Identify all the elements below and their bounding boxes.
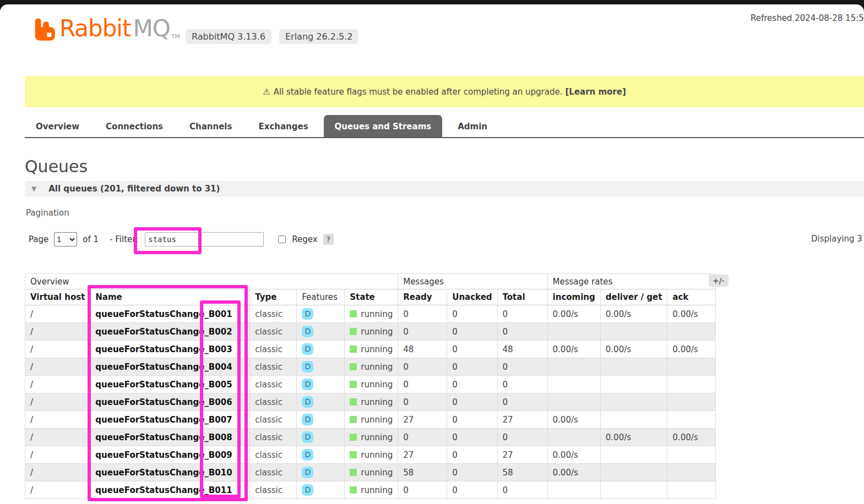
queue-ready-cell: 58 xyxy=(398,464,447,481)
col-header-type[interactable]: Type xyxy=(250,289,297,305)
tab-overview[interactable]: Overview xyxy=(25,115,90,137)
queue-features-cell: D xyxy=(297,376,345,393)
running-state-icon xyxy=(350,434,357,441)
queue-name-link[interactable]: queueForStatusChange_B002 xyxy=(90,323,250,341)
col-header-features[interactable]: Features xyxy=(297,289,345,305)
queue-name-link[interactable]: queueForStatusChange_B011 xyxy=(90,481,250,499)
page-select[interactable]: 1 xyxy=(54,232,77,246)
col-header-ready[interactable]: Ready xyxy=(398,289,447,305)
queue-features-cell: D xyxy=(297,393,345,411)
col-header-deliver-get[interactable]: deliver / get xyxy=(600,289,667,305)
queue-ready-cell: 27 xyxy=(398,411,447,429)
queue-ready-cell: 0 xyxy=(398,393,447,411)
queue-ready-cell: 0 xyxy=(398,481,447,499)
queue-state-label: running xyxy=(361,485,393,495)
durable-feature-badge: D xyxy=(302,484,313,496)
queue-unacked-cell: 0 xyxy=(447,411,497,429)
running-state-icon xyxy=(350,486,357,494)
queue-deliver-get-rate-cell xyxy=(600,411,667,429)
queue-features-cell: D xyxy=(297,411,345,429)
col-header-name[interactable]: Name xyxy=(90,289,250,305)
queue-vhost-cell: / xyxy=(25,323,90,341)
disclosure-triangle-icon: ▼ xyxy=(31,185,36,193)
queue-incoming-rate-cell xyxy=(547,393,600,411)
queue-unacked-cell: 0 xyxy=(447,481,497,499)
queue-incoming-rate-cell xyxy=(547,429,600,446)
queue-incoming-rate-cell: 0.00/s xyxy=(547,446,600,464)
queue-deliver-get-rate-cell: 0.00/s xyxy=(600,341,667,358)
main-nav-tabs: Overview Connections Channels Exchanges … xyxy=(25,115,864,138)
queue-ready-cell: 27 xyxy=(398,446,447,464)
queue-name-link[interactable]: queueForStatusChange_B005 xyxy=(90,376,250,393)
col-header-state[interactable]: State xyxy=(345,289,398,305)
running-state-icon xyxy=(350,346,357,353)
tab-channels[interactable]: Channels xyxy=(178,115,243,137)
page-title: Queues xyxy=(25,157,88,176)
queue-row: / queueForStatusChange_B002 classic D ru… xyxy=(25,323,716,341)
tab-exchanges[interactable]: Exchanges xyxy=(247,115,319,137)
queue-name-link[interactable]: queueForStatusChange_B007 xyxy=(90,411,250,429)
queue-state-cell: running xyxy=(345,341,398,358)
queue-type-cell: classic xyxy=(250,481,297,499)
queue-name-link[interactable]: queueForStatusChange_B003 xyxy=(90,341,250,358)
durable-feature-badge: D xyxy=(302,308,313,320)
queue-unacked-cell: 0 xyxy=(447,393,497,411)
queue-unacked-cell: 0 xyxy=(447,429,497,446)
queue-state-label: running xyxy=(361,450,393,460)
filter-input[interactable] xyxy=(145,232,264,246)
tab-connections[interactable]: Connections xyxy=(95,115,174,137)
queue-name-link[interactable]: queueForStatusChange_B006 xyxy=(90,393,250,411)
queue-incoming-rate-cell: 0.00/s xyxy=(547,305,600,323)
queue-vhost-cell: / xyxy=(25,446,90,464)
queue-name-link[interactable]: queueForStatusChange_B004 xyxy=(90,358,250,376)
warning-icon: ⚠ xyxy=(263,87,270,97)
durable-feature-badge: D xyxy=(302,361,313,372)
queue-name-link[interactable]: queueForStatusChange_B001 xyxy=(90,305,250,323)
queue-unacked-cell: 0 xyxy=(447,446,497,464)
col-header-total[interactable]: Total xyxy=(497,289,547,305)
queue-vhost-cell: / xyxy=(25,393,90,411)
queue-unacked-cell: 0 xyxy=(447,464,497,481)
queue-deliver-get-rate-cell xyxy=(600,323,667,341)
running-state-icon xyxy=(350,398,357,406)
learn-more-link[interactable]: [Learn more] xyxy=(565,87,626,97)
queue-ack-rate-cell: 0.00/s xyxy=(667,305,716,323)
table-group-header-row: Overview Messages Message rates xyxy=(25,274,716,289)
col-header-unacked[interactable]: Unacked xyxy=(447,289,497,305)
queue-row: / queueForStatusChange_B003 classic D ru… xyxy=(25,341,716,358)
queue-state-cell: running xyxy=(345,481,398,499)
queue-state-label: running xyxy=(361,380,393,390)
column-toggle-button[interactable]: +/- xyxy=(709,275,729,287)
queue-name-link[interactable]: queueForStatusChange_B008 xyxy=(90,429,250,446)
queue-ack-rate-cell xyxy=(667,481,716,499)
queue-state-cell: running xyxy=(345,376,398,393)
rabbitmq-logo[interactable]: RabbitMQ TM xyxy=(32,14,180,45)
regex-checkbox[interactable] xyxy=(278,235,286,243)
running-state-icon xyxy=(350,416,357,423)
queue-state-cell: running xyxy=(345,393,398,411)
col-header-virtual-host[interactable]: Virtual host xyxy=(25,289,90,305)
regex-help-button[interactable]: ? xyxy=(323,234,334,245)
durable-feature-badge: D xyxy=(302,343,313,355)
queues-table-body: / queueForStatusChange_B001 classic D ru… xyxy=(25,305,716,499)
queue-type-cell: classic xyxy=(250,305,297,323)
tab-admin[interactable]: Admin xyxy=(447,115,498,137)
all-queues-section-toggle[interactable]: ▼ All queues (201, filtered down to 31) xyxy=(25,181,864,196)
queue-name-link[interactable]: queueForStatusChange_B009 xyxy=(90,446,250,464)
queue-ready-cell: 48 xyxy=(398,341,447,358)
col-header-incoming[interactable]: incoming xyxy=(547,289,600,305)
queue-row: / queueForStatusChange_B007 classic D ru… xyxy=(25,411,716,429)
queue-total-cell: 0 xyxy=(497,323,547,341)
queue-state-cell: running xyxy=(345,323,398,341)
queue-state-cell: running xyxy=(345,446,398,464)
queue-state-label: running xyxy=(361,415,393,425)
durable-feature-badge: D xyxy=(302,326,313,337)
queue-name-link[interactable]: queueForStatusChange_B010 xyxy=(90,464,250,481)
queue-ready-cell: 0 xyxy=(398,429,447,446)
queue-type-cell: classic xyxy=(250,464,297,481)
col-header-ack[interactable]: ack xyxy=(667,289,716,305)
tab-queues-and-streams[interactable]: Queues and Streams xyxy=(324,115,443,137)
version-badges: RabbitMQ 3.13.6 Erlang 26.2.5.2 xyxy=(186,29,358,44)
queue-state-cell: running xyxy=(345,429,398,446)
pagination-label: Pagination xyxy=(26,208,69,218)
